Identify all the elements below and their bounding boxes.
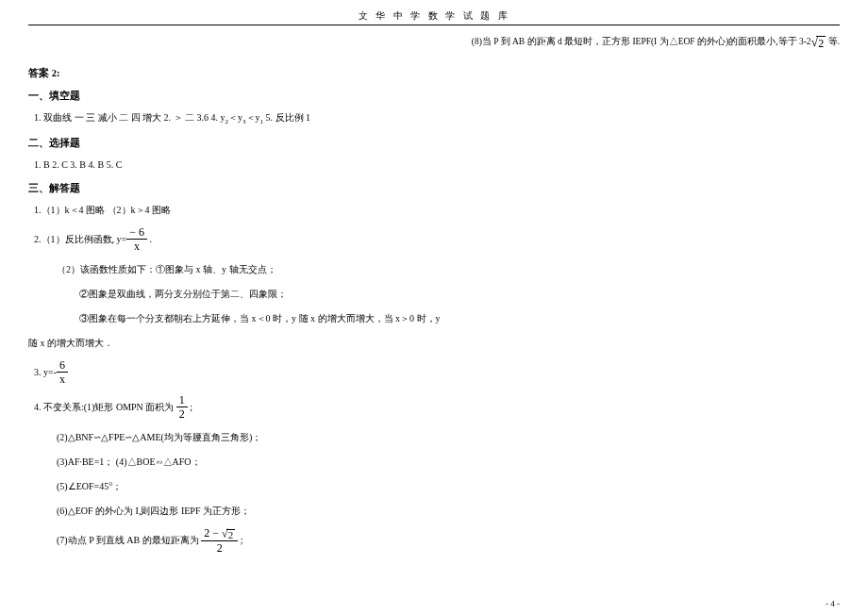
solve-4-7: (7)动点 P 到直线 AB 的最短距离为 2 − √2 2 ;: [57, 528, 840, 555]
section-choice-title: 二、选择题: [28, 137, 840, 150]
sqrt-radicand: 2: [226, 529, 236, 540]
fraction: 12: [176, 394, 188, 420]
page-footer: - 4 -: [826, 599, 840, 608]
footer-page: - 4 -: [826, 599, 840, 608]
solve-3a: 3. y=-: [34, 367, 57, 377]
solve-4-6: (6)△EOF 的外心为 I,则四边形 IEPF 为正方形；: [57, 504, 840, 519]
solve-2-2d: 随 x 的增大而增大．: [28, 336, 840, 351]
solve-4-7a: (7)动点 P 到直线 AB 的最短距离为: [57, 536, 199, 546]
frac-den: 2: [201, 541, 238, 554]
page: 文 华 中 学 数 学 试 题 库 (8)当 P 到 AB 的距离 d 最短时，…: [0, 0, 868, 614]
solve-4-3: (3)AF·BE=1； (4)△BOE∽△AFO；: [57, 455, 840, 470]
frac-num: − 6: [126, 226, 147, 240]
solve-4-5: (5)∠EOF=45°；: [57, 479, 840, 494]
fill-1a: 1. 双曲线 一 三 减小 二 四 增大 2. ＞ 二 3.6 4. y: [34, 112, 225, 123]
fraction: 6x: [57, 359, 68, 385]
fill-line-1: 1. 双曲线 一 三 减小 二 四 增大 2. ＞ 二 3.6 4. y2＜y3…: [34, 110, 840, 127]
choice-line: 1. B 2. C 3. B 4. B 5. C: [34, 158, 840, 173]
header-rule: [28, 25, 840, 25]
sqrt-icon: √2: [222, 528, 235, 539]
solve-2-2a: （2）该函数性质如下：①图象与 x 轴、y 轴无交点；: [57, 262, 840, 277]
frac-num: 1: [176, 394, 188, 407]
solve-1: 1.（1）k＜4 图略 （2）k＞4 图略: [34, 203, 840, 218]
frac-num: 2 − √2: [201, 527, 238, 541]
solve-4-2: (2)△BNF∽△FPE∽△AME(均为等腰直角三角形)；: [57, 430, 840, 445]
solve-4-7b: ;: [238, 536, 242, 546]
solve-4-1: 4. 不变关系:(1)矩形 OMPN 面积为 12 ;: [34, 395, 840, 421]
fill-1b: ＜y: [228, 112, 242, 123]
solve-2-1a: 2.（1）反比例函数, y=: [34, 234, 126, 244]
frac-num-a: 2 −: [204, 526, 222, 539]
section-solve-title: 三、解答题: [28, 182, 840, 195]
frac-num: 6: [57, 359, 68, 373]
sqrt-icon: √2: [811, 35, 826, 50]
frac-den: 2: [176, 407, 188, 420]
fill-1c: ＜y: [246, 112, 260, 123]
solve-2-2b: ②图象是双曲线，两分支分别位于第二、四象限；: [79, 287, 840, 302]
fraction: 2 − √2 2: [201, 527, 238, 554]
solve-2-1: 2.（1）反比例函数, y=− 6x .: [34, 227, 840, 253]
fill-1d: 5. 反比例 1: [263, 112, 310, 123]
frac-den: x: [126, 240, 147, 252]
solve-4-1b: ;: [188, 402, 192, 412]
solve-2-2c: ③图象在每一个分支都朝右上方延伸，当 x＜0 时，y 随 x 的增大而增大，当 …: [79, 311, 840, 326]
answer-label: 答案 2:: [28, 67, 840, 80]
solve-3: 3. y=-6x: [34, 360, 840, 386]
section-fill-title: 一、填空题: [28, 90, 840, 103]
sqrt-radicand: 2: [816, 36, 826, 51]
top-note: (8)当 P 到 AB 的距离 d 最短时，正方形 IEPF(I 为△EOF 的…: [28, 31, 840, 58]
frac-den: x: [57, 373, 68, 385]
top-note-prefix: (8)当 P 到 AB 的距离 d 最短时，正方形 IEPF(I 为△EOF 的…: [472, 37, 811, 46]
page-title: 文 华 中 学 数 学 试 题 库: [28, 9, 840, 25]
top-note-suffix: 等.: [826, 37, 840, 46]
fraction: − 6x: [126, 226, 147, 252]
solve-2-1b: .: [147, 234, 152, 244]
solve-4-1a: 4. 不变关系:(1)矩形 OMPN 面积为: [34, 402, 174, 412]
